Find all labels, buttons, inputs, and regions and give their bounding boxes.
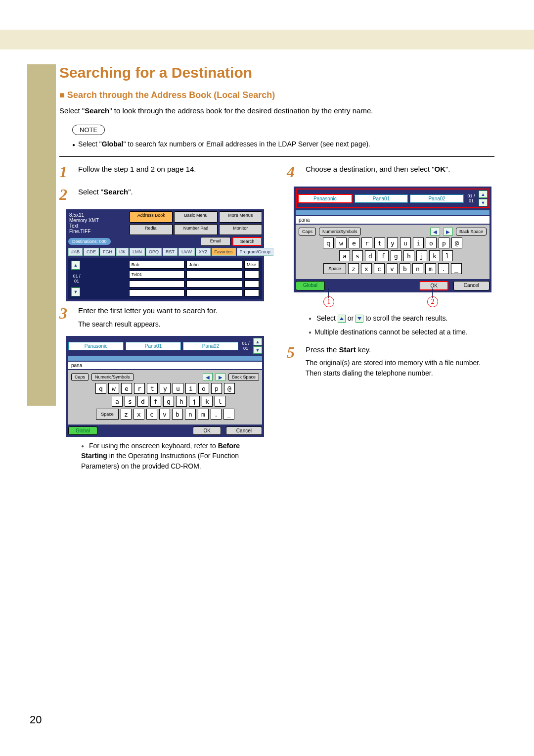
tab-xyz[interactable]: XYZ — [196, 248, 211, 256]
global-button[interactable]: Global — [68, 426, 97, 435]
tab-lmn[interactable]: LMN — [130, 248, 145, 256]
key-at[interactable]: @ — [451, 237, 462, 248]
key-c[interactable]: c — [374, 263, 385, 274]
key-p[interactable]: p — [439, 237, 449, 248]
key-r[interactable]: r — [361, 237, 372, 248]
key-z[interactable]: z — [348, 263, 359, 274]
key-s[interactable]: s — [352, 250, 363, 261]
global-button[interactable]: Global — [296, 281, 325, 290]
key-o[interactable]: o — [426, 237, 437, 248]
scroll-down-icon[interactable]: ▼ — [71, 287, 80, 296]
key-g[interactable]: g — [391, 250, 401, 261]
key-dot[interactable]: . — [438, 263, 449, 274]
key-t[interactable]: t — [147, 383, 158, 394]
cursor-right-icon[interactable]: ▶ — [216, 373, 225, 381]
scroll-down-icon[interactable]: ▼ — [479, 199, 488, 206]
key-underscore[interactable]: _ — [223, 409, 234, 420]
basic-menu-button[interactable]: Basic Menu — [174, 211, 217, 223]
caps-button[interactable]: Caps — [71, 373, 89, 381]
tab-fgh[interactable]: FGH — [100, 248, 115, 256]
entry-john[interactable]: John — [186, 261, 242, 269]
key-f[interactable]: f — [378, 250, 389, 261]
key-m[interactable]: m — [198, 409, 209, 420]
key-n[interactable]: n — [185, 409, 196, 420]
key-i[interactable]: i — [413, 237, 424, 248]
key-e[interactable]: e — [349, 237, 359, 248]
key-h[interactable]: h — [176, 396, 187, 407]
scroll-up-icon[interactable]: ▲ — [253, 338, 262, 345]
key-v[interactable]: v — [159, 409, 170, 420]
tab-ab[interactable]: #AB — [68, 248, 83, 256]
monitor-button[interactable]: Monitor — [219, 224, 262, 236]
backspace-button[interactable]: Back Space — [456, 228, 487, 236]
entry-empty[interactable] — [186, 281, 242, 287]
more-menus-button[interactable]: More Menus — [219, 211, 262, 223]
key-a[interactable]: a — [339, 250, 350, 261]
tab-ijk[interactable]: IJK — [116, 248, 129, 256]
numeric-symbols-button[interactable]: Numeric/Symbols — [91, 373, 134, 381]
key-p[interactable]: p — [211, 383, 222, 394]
address-book-button[interactable]: Address Book — [130, 211, 173, 223]
key-f[interactable]: f — [150, 396, 161, 407]
tab-program-group[interactable]: Program/Group — [237, 248, 273, 256]
key-y[interactable]: y — [160, 383, 171, 394]
result-pana01[interactable]: Pana01 — [126, 342, 181, 350]
key-u[interactable]: u — [400, 237, 411, 248]
key-v[interactable]: v — [387, 263, 398, 274]
entry-empty[interactable] — [244, 271, 259, 279]
space-key[interactable]: Space — [323, 263, 346, 274]
ok-button[interactable]: OK — [419, 281, 448, 290]
scroll-down-icon[interactable]: ▼ — [253, 346, 262, 354]
entry-empty[interactable] — [244, 281, 259, 287]
key-n[interactable]: n — [412, 263, 423, 274]
space-key[interactable]: Space — [96, 409, 119, 420]
key-y[interactable]: y — [387, 237, 398, 248]
key-b[interactable]: b — [400, 263, 410, 274]
cursor-left-icon[interactable]: ◀ — [430, 228, 440, 236]
search-button[interactable]: Search — [232, 237, 262, 246]
tab-favorites[interactable]: Favorites — [212, 248, 236, 256]
key-t[interactable]: t — [374, 237, 385, 248]
numeric-symbols-button[interactable]: Numeric/Symbols — [319, 228, 361, 236]
key-k[interactable]: k — [202, 396, 213, 407]
key-z[interactable]: z — [121, 409, 132, 420]
entry-empty[interactable] — [186, 289, 242, 296]
key-d[interactable]: d — [365, 250, 376, 261]
key-e[interactable]: e — [121, 383, 132, 394]
key-q[interactable]: q — [323, 237, 334, 248]
key-x[interactable]: x — [361, 263, 372, 274]
entry-empty[interactable] — [129, 289, 185, 296]
key-l[interactable]: l — [215, 396, 225, 407]
key-k[interactable]: k — [429, 250, 440, 261]
result-pana02[interactable]: Pana02 — [183, 342, 238, 350]
key-b[interactable]: b — [172, 409, 183, 420]
cancel-button[interactable]: Cancel — [226, 426, 262, 435]
alpha-tabs[interactable]: #AB CDE FGH IJK LMN OPQ RST UVW XYZ Favo… — [68, 248, 262, 256]
cancel-button[interactable]: Cancel — [453, 281, 490, 290]
key-i[interactable]: i — [185, 383, 196, 394]
cursor-right-icon[interactable]: ▶ — [443, 228, 453, 236]
key-dot[interactable]: . — [211, 409, 222, 420]
entry-bob[interactable]: Bob — [129, 261, 185, 269]
key-at[interactable]: @ — [224, 383, 235, 394]
key-m[interactable]: m — [425, 263, 436, 274]
key-w[interactable]: w — [108, 383, 119, 394]
key-u[interactable]: u — [173, 383, 183, 394]
tab-uvw[interactable]: UVW — [178, 248, 195, 256]
caps-button[interactable]: Caps — [299, 228, 316, 236]
key-h[interactable]: h — [403, 250, 414, 261]
key-g[interactable]: g — [163, 396, 174, 407]
key-d[interactable]: d — [137, 396, 148, 407]
ok-button[interactable]: OK — [193, 426, 221, 435]
key-a[interactable]: a — [112, 396, 123, 407]
tab-cde[interactable]: CDE — [84, 248, 99, 256]
result-panasonic-selected[interactable]: Panasonic — [298, 194, 353, 203]
key-w[interactable]: w — [336, 237, 347, 248]
key-j[interactable]: j — [189, 396, 200, 407]
entry-tel01[interactable]: Tel01 — [129, 271, 185, 279]
entry-mike[interactable]: Mike — [244, 261, 259, 269]
result-pana02[interactable]: Pana02 — [410, 194, 464, 203]
key-l[interactable]: l — [442, 250, 453, 261]
number-pad-button[interactable]: Number Pad — [174, 224, 217, 236]
key-r[interactable]: r — [134, 383, 145, 394]
